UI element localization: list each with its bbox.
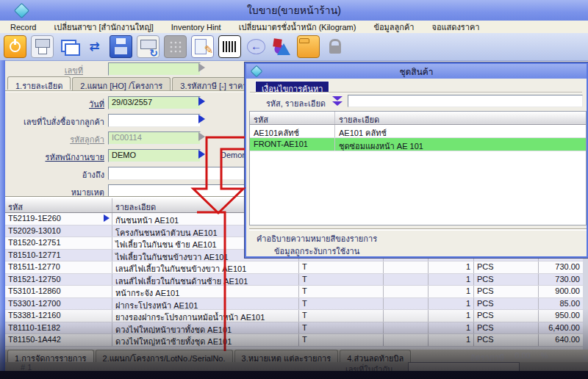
menu-item[interactable]: Inventory Hint: [171, 23, 221, 32]
form-tab-strip: 1.รายละเอียด2.แผนก [HO] /โครงการ3.รหัสภา…: [7, 77, 285, 90]
table-row[interactable]: T81110-1E182 ดวงไฟใหญ่หน้าขวาทั้งชุด AE1…: [5, 322, 583, 335]
popup-title: ชุดสินค้า: [399, 65, 433, 79]
date-label: วันที่: [0, 98, 104, 111]
popup-table-row[interactable]: FRONT-AE101 ชุดซ่อมแผงหน้า AE 101: [250, 138, 586, 151]
refresh-icon[interactable]: [84, 36, 105, 57]
menu-bar: Recordเปลี่ยนสาขา [สำนักงานใหญ่]Inventor…: [0, 21, 588, 33]
window-title: ใบขาย(ขายหน้าร้าน): [247, 2, 341, 18]
pos-printer-icon[interactable]: [31, 35, 54, 58]
shapes-icon[interactable]: [271, 36, 293, 57]
menu-item[interactable]: จอแสดงราคา: [431, 21, 479, 34]
docno-input[interactable]: [108, 62, 201, 76]
barcode-icon[interactable]: [218, 35, 241, 58]
table-row[interactable]: T81521-12750 เลนส์ไฟเลี้ยวในกันชนด้านซ้า…: [5, 274, 583, 286]
date-input[interactable]: 29/03/2557: [108, 96, 201, 109]
bottom-tab[interactable]: 2.แผนก/โครงการ/LotNo./SerialNo.: [96, 350, 233, 362]
table-row[interactable]: T53381-12160 ยางรองฝากระโปรงกานหม้อน้ำหน…: [5, 310, 583, 322]
customer-code-label: รหัสลูกค้า: [0, 133, 104, 146]
product-set-popup: ชุดสินค้า เงื่อนไขการค้นหา รหัส, รายละเอ…: [245, 62, 588, 258]
customer-lookup-arrow[interactable]: [198, 132, 205, 141]
bottom-tab[interactable]: 1.การจัดการรายการ: [7, 350, 94, 362]
back-arrow-icon[interactable]: [245, 36, 267, 57]
toolbar: [0, 33, 588, 61]
docno-label: เลขที่: [0, 64, 83, 77]
product-set-table: รหัส รายละเอียด AE101คลัทช์ AE101 คลัทช์…: [249, 111, 587, 225]
popup-diamond-icon: [251, 65, 263, 78]
popup-search-label: รหัส, รายละเอียด: [246, 97, 326, 110]
folder-icon[interactable]: [297, 35, 320, 58]
grid-disabled-icon[interactable]: [164, 35, 187, 58]
save-icon[interactable]: [110, 35, 132, 58]
menu-item[interactable]: Record: [10, 23, 36, 32]
table-row[interactable]: T53301-12700 ฝากระโปรงหน้า AE101 T 1 PCS…: [5, 298, 583, 311]
popup-title-bar: ชุดสินค้า: [246, 64, 587, 79]
product-set-table-body: AE101คลัทช์ AE101 คลัทช์ FRONT-AE101 ชุด…: [250, 125, 586, 151]
docno-lookup-arrow[interactable]: [198, 63, 205, 72]
customer-po-input[interactable]: [108, 114, 201, 127]
menu-item[interactable]: เปลี่ยนมาตรชั่งน้ำหนัก (Kilogram): [239, 21, 356, 34]
date-picker-arrow[interactable]: [198, 97, 205, 106]
salesperson-lookup-arrow[interactable]: [198, 150, 205, 159]
reference-input[interactable]: [108, 167, 249, 180]
bottom-tab[interactable]: 3.หมายเหตุ แต่ละรายการ: [234, 350, 339, 362]
legend-suspended-item: ข้อมูลถูกระงับการใช้งาน: [274, 245, 359, 258]
popup-search-input[interactable]: [348, 95, 583, 107]
popup-table-row[interactable]: AE101คลัทช์ AE101 คลัทช์: [250, 125, 586, 138]
customer-po-label: เลขที่ใบสั่งซื้อจากลูกค้า: [0, 115, 104, 129]
bottom-dark-strip: [0, 371, 588, 379]
reference-label: อ้างถึง: [0, 168, 104, 181]
power-icon[interactable]: [4, 35, 26, 58]
form-tab[interactable]: 2.แผนก [HO] /โครงการ: [72, 77, 171, 90]
menu-item[interactable]: เปลี่ยนสาขา [สำนักงานใหญ่]: [54, 21, 153, 34]
groupbox-line: [250, 92, 582, 93]
customer-code-input[interactable]: IC00114: [108, 131, 201, 145]
legend-title: คำอธิบายความหมายสีของรายการ: [257, 232, 377, 245]
filter-double-arrow-icon[interactable]: [331, 96, 343, 107]
salesperson-label: รหัสพนักงานขาย: [0, 151, 104, 164]
form-tab[interactable]: 1.รายละเอียด: [7, 76, 71, 90]
customer-po-lookup-arrow[interactable]: [198, 115, 205, 123]
table-row[interactable]: T53101-12860 หน้ากระจัง AE101 T 1 PCS 90…: [5, 286, 583, 298]
product-set-table-header: รหัส รายละเอียด: [250, 112, 586, 125]
edit-document-icon[interactable]: [191, 35, 214, 58]
menu-item[interactable]: ข้อมูลลูกค้า: [373, 21, 414, 34]
table-row[interactable]: T81511-12770 เลนส์ไฟเลี้ยวในกันชนข้างขวา…: [5, 261, 583, 274]
code-column-header[interactable]: รหัส: [5, 198, 112, 212]
sales-invoice-window: ใบขาย(ขายหน้าร้าน) Recordเปลี่ยนสาขา [สำ…: [0, 0, 588, 379]
popup-code-column-header[interactable]: รหัส: [250, 112, 335, 124]
salesperson-input[interactable]: DEMO: [108, 149, 201, 162]
new-window-icon[interactable]: [58, 36, 79, 57]
legend-divider: [249, 228, 587, 231]
bottom-tab[interactable]: 4.ส่วนลดท้ายบิล: [340, 350, 411, 362]
print-refresh-icon[interactable]: [137, 35, 159, 58]
table-row[interactable]: T81150-1A442 ดวงไฟใหญ่หน้าซ้ายทั้งชุด AE…: [5, 334, 583, 347]
app-diamond-icon: [14, 3, 29, 18]
popup-description-column-header[interactable]: รายละเอียด: [335, 112, 586, 124]
lock-disabled-icon[interactable]: [324, 36, 345, 57]
title-bar: ใบขาย(ขายหน้าร้าน): [0, 0, 588, 21]
